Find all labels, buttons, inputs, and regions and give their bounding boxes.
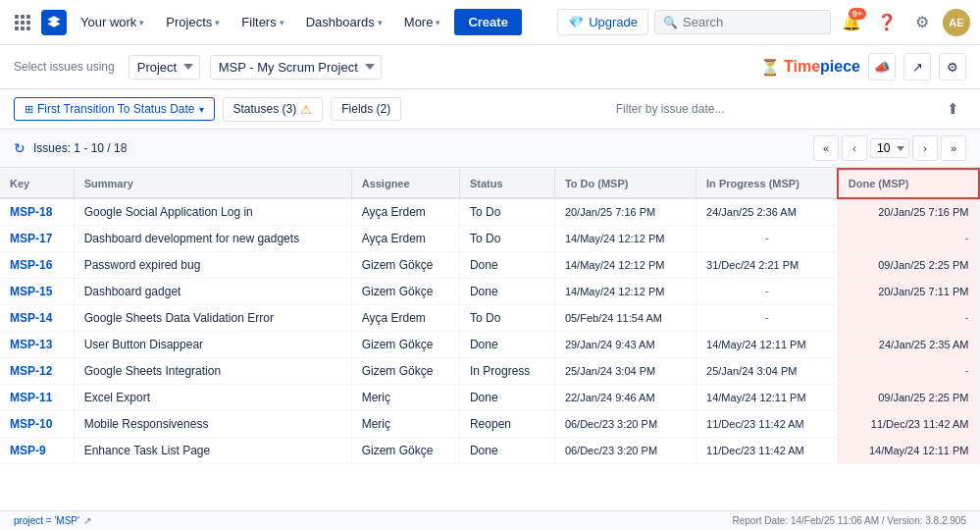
summary-cell: Dashboard gadget (74, 279, 351, 305)
col-inprogress: In Progress (MSP) (696, 169, 838, 198)
key-cell[interactable]: MSP-15 (0, 279, 74, 305)
status-cell: Done (459, 279, 554, 305)
settings-button[interactable]: ⚙ (907, 8, 937, 37)
megaphone-icon: 📣 (874, 60, 890, 75)
table-row: MSP-17Dashboard development for new gadg… (0, 226, 979, 252)
project-name-select[interactable]: MSP - My Scrum Project (210, 55, 382, 80)
assignee-cell: Ayça Erdem (351, 198, 459, 226)
grid-icon[interactable] (10, 10, 35, 35)
nav-your-work[interactable]: Your work ▾ (73, 11, 152, 33)
key-cell[interactable]: MSP-16 (0, 252, 74, 279)
first-transition-button[interactable]: ⊞ First Transition To Status Date ▾ (14, 97, 215, 121)
nav-projects[interactable]: Projects ▾ (158, 11, 228, 33)
done-date-cell: - (838, 226, 979, 252)
toolbar-right: ⏳ Timepiece 📣 ↗ ⚙ (760, 53, 966, 80)
settings-cog-button[interactable]: ⚙ (939, 53, 966, 80)
key-cell[interactable]: MSP-10 (0, 411, 74, 438)
statuses-button[interactable]: Statuses (3) ⚠ (223, 97, 324, 122)
export-button[interactable]: ⬆ (939, 95, 966, 123)
jira-logo[interactable] (41, 10, 67, 35)
todo-date-cell: 14/May/24 12:12 PM (554, 226, 696, 252)
external-link-icon: ↗ (83, 515, 91, 526)
svg-rect-6 (15, 26, 19, 30)
chevron-down-icon: ▾ (139, 18, 144, 27)
inprogress-date-cell: - (696, 279, 838, 305)
done-date-cell: 09/Jan/25 2:25 PM (838, 385, 979, 411)
next-page-button[interactable]: › (912, 135, 938, 161)
chevron-down-icon: ▾ (280, 18, 284, 27)
key-cell[interactable]: MSP-13 (0, 332, 74, 358)
table-row: MSP-11Excel ExportMeriçDone22/Jan/24 9:4… (0, 385, 979, 411)
create-button[interactable]: Create (454, 9, 521, 35)
reload-icon[interactable]: ↻ (14, 140, 26, 156)
filter-by-date[interactable]: Filter by issue date... (409, 102, 931, 116)
chevron-down-icon: ▾ (378, 18, 383, 27)
inprogress-date-cell: 14/May/24 12:11 PM (696, 332, 838, 358)
toolbar: Select issues using Project MSP - My Scr… (0, 45, 980, 89)
col-status: Status (459, 169, 554, 198)
inprogress-date-cell: - (696, 226, 838, 252)
svg-rect-8 (26, 26, 30, 30)
filter-row: ⊞ First Transition To Status Date ▾ Stat… (0, 89, 980, 130)
table-row: MSP-15Dashboard gadgetGizem GökçeDone14/… (0, 279, 979, 305)
assignee-cell: Ayça Erdem (351, 305, 459, 332)
status-cell: Done (459, 252, 554, 279)
hourglass-icon: ⏳ (760, 58, 780, 77)
warning-icon: ⚠ (300, 102, 312, 117)
project-type-select[interactable]: Project (129, 55, 200, 80)
todo-date-cell: 29/Jan/24 9:43 AM (554, 332, 696, 358)
todo-date-cell: 25/Jan/24 3:04 PM (554, 358, 696, 385)
nav-more[interactable]: More ▾ (396, 11, 449, 33)
notification-badge: 9+ (849, 8, 866, 20)
issues-table: Key Summary Assignee Status To Do (MSP) … (0, 168, 980, 464)
key-cell[interactable]: MSP-9 (0, 438, 74, 464)
key-cell[interactable]: MSP-14 (0, 305, 74, 332)
upgrade-button[interactable]: 💎 Upgrade (557, 9, 648, 35)
inprogress-date-cell: - (696, 305, 838, 332)
status-cell: To Do (459, 198, 554, 226)
summary-cell: Mobile Responsiveness (74, 411, 351, 438)
notification-button[interactable]: 🔔 9+ (837, 8, 866, 37)
status-cell: To Do (459, 305, 554, 332)
svg-rect-3 (15, 21, 19, 25)
pagination-nav: « ‹ 10 25 50 › » (813, 135, 966, 161)
todo-date-cell: 14/May/24 12:12 PM (554, 252, 696, 279)
megaphone-button[interactable]: 📣 (868, 53, 896, 80)
search-input[interactable] (683, 15, 800, 29)
search-box[interactable]: 🔍 (654, 10, 831, 34)
share-button[interactable]: ↗ (903, 53, 931, 80)
assignee-cell: Gizem Gökçe (351, 252, 459, 279)
key-cell[interactable]: MSP-11 (0, 385, 74, 411)
svg-rect-1 (21, 15, 25, 19)
fields-button[interactable]: Fields (2) (331, 97, 401, 121)
last-page-button[interactable]: » (941, 135, 966, 161)
avatar[interactable]: AE (943, 9, 970, 36)
col-done: Done (MSP) (838, 169, 979, 198)
table-body: MSP-18Google Social Application Log inAy… (0, 198, 979, 464)
inprogress-date-cell: 24/Jan/25 2:36 AM (696, 198, 838, 226)
status-cell: Done (459, 438, 554, 464)
first-page-button[interactable]: « (813, 135, 839, 161)
col-summary: Summary (74, 169, 351, 198)
issues-table-container: Key Summary Assignee Status To Do (MSP) … (0, 168, 980, 490)
svg-rect-7 (21, 26, 25, 30)
diamond-icon: 💎 (568, 15, 584, 29)
search-icon: 🔍 (663, 16, 678, 29)
select-issues-label: Select issues using (14, 60, 115, 74)
nav-filters[interactable]: Filters ▾ (233, 11, 291, 33)
assignee-cell: Gizem Gökçe (351, 279, 459, 305)
key-cell[interactable]: MSP-17 (0, 226, 74, 252)
inprogress-date-cell: 11/Dec/23 11:42 AM (696, 438, 838, 464)
nav-dashboards[interactable]: Dashboards ▾ (298, 11, 390, 33)
chevron-down-icon: ▾ (199, 104, 204, 115)
todo-date-cell: 14/May/24 12:12 PM (554, 279, 696, 305)
key-cell[interactable]: MSP-12 (0, 358, 74, 385)
project-filter-link[interactable]: project = 'MSP' (14, 515, 79, 526)
key-cell[interactable]: MSP-18 (0, 198, 74, 226)
assignee-cell: Gizem Gökçe (351, 332, 459, 358)
summary-cell: User Button Disappear (74, 332, 351, 358)
page-size-select[interactable]: 10 25 50 (870, 138, 909, 158)
help-button[interactable]: ❓ (872, 8, 902, 37)
prev-page-button[interactable]: ‹ (842, 135, 867, 161)
gear-icon: ⚙ (915, 13, 929, 31)
